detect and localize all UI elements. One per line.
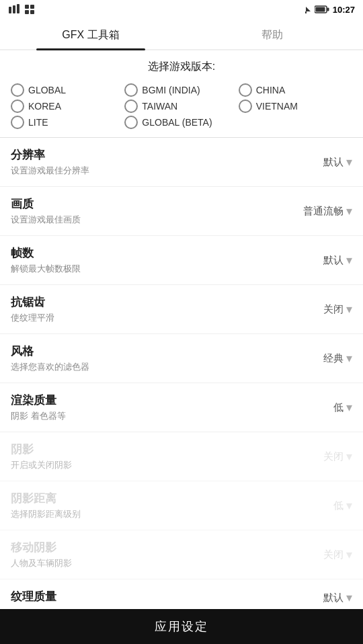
setting-title-fps: 帧数 (11, 245, 305, 261)
chevron-shadow-icon: ▾ (346, 450, 352, 462)
chevron-texturequality-icon: ▾ (346, 592, 352, 604)
svg-rect-7 (305, 11, 307, 13)
svg-rect-5 (25, 10, 29, 14)
radio-globalbeta[interactable]: GLOBAL (BETA) (124, 114, 238, 130)
version-title: 选择游戏版本: (11, 60, 352, 74)
radio-lite[interactable]: LITE (11, 114, 124, 130)
setting-desc-shadow: 开启或关闭阴影 (11, 459, 305, 471)
setting-desc-style: 选择您喜欢的滤色器 (11, 361, 305, 373)
setting-desc-resolution: 设置游戏最佳分辨率 (11, 165, 305, 177)
chevron-resolution-icon: ▾ (346, 156, 352, 168)
status-time: 10:27 (333, 5, 355, 15)
svg-rect-4 (30, 5, 34, 9)
svg-rect-3 (25, 5, 29, 9)
settings-list: 分辨率 设置游戏最佳分辨率 默认 ▾ 画质 设置游戏最佳画质 普通流畅 ▾ 帧数 (0, 138, 363, 616)
radio-circle-globalbeta (124, 116, 138, 129)
setting-title-shadow: 阴影 (11, 442, 305, 457)
status-bar: 10:27 (0, 0, 363, 19)
setting-value-texturequality: 默认 (323, 592, 344, 604)
setting-quality[interactable]: 画质 设置游戏最佳画质 普通流畅 ▾ (0, 187, 363, 236)
chevron-fps-icon: ▾ (346, 254, 352, 266)
setting-value-resolution: 默认 (323, 156, 344, 169)
version-section: 选择游戏版本: GLOBAL BGMI (INDIA) CHINA KOREA (0, 50, 363, 138)
version-row-1: GLOBAL BGMI (INDIA) CHINA (11, 82, 352, 98)
svg-rect-9 (315, 7, 325, 12)
main-content: 选择游戏版本: GLOBAL BGMI (INDIA) CHINA KOREA (0, 50, 363, 644)
radio-circle-korea (11, 99, 24, 113)
radio-circle-vietnam (239, 99, 252, 113)
status-right-info: 10:27 (300, 5, 355, 15)
status-left-icons (8, 4, 35, 15)
app2-icon (24, 4, 35, 15)
wifi-icon (300, 5, 311, 14)
setting-desc-renderquality: 阴影 着色器等 (11, 410, 305, 422)
radio-label-china: CHINA (256, 85, 286, 95)
setting-fps[interactable]: 帧数 解锁最大帧数极限 默认 ▾ (0, 236, 363, 285)
app1-icon (8, 4, 20, 15)
svg-rect-10 (327, 8, 329, 11)
radio-label-korea: KOREA (28, 101, 61, 112)
chevron-renderquality-icon: ▾ (346, 401, 352, 413)
radio-bgmi[interactable]: BGMI (INDIA) (124, 82, 238, 98)
radio-label-vietnam: VIETNAM (256, 101, 298, 112)
radio-label-globalbeta: GLOBAL (BETA) (142, 117, 212, 128)
tab-help[interactable]: 帮助 (182, 19, 363, 49)
tab-gfx[interactable]: GFX 工具箱 (0, 19, 182, 49)
radio-circle-china (239, 83, 252, 97)
radio-taiwan[interactable]: TAIWAN (124, 98, 238, 114)
svg-rect-6 (30, 10, 34, 14)
setting-value-antialiasing: 关闭 (323, 303, 344, 316)
chevron-shadowdist-icon: ▾ (346, 499, 352, 512)
setting-value-movingshadow: 关闭 (323, 549, 344, 561)
setting-title-style: 风格 (11, 344, 305, 359)
radio-circle-lite (11, 116, 24, 129)
setting-desc-fps: 解锁最大帧数极限 (11, 263, 305, 275)
setting-shadow: 阴影 开启或关闭阴影 关闭 ▾ (0, 432, 363, 481)
setting-value-shadowdist: 低 (333, 499, 344, 512)
version-row-3: LITE GLOBAL (BETA) (11, 114, 352, 130)
version-row-2: KOREA TAIWAN VIETNAM (11, 98, 352, 114)
setting-value-shadow: 关闭 (323, 450, 344, 463)
setting-value-quality: 普通流畅 (303, 205, 344, 218)
chevron-movingshadow-icon: ▾ (346, 549, 352, 561)
chevron-antialiasing-icon: ▾ (346, 303, 352, 315)
radio-circle-bgmi (124, 83, 138, 97)
setting-renderquality[interactable]: 渲染质量 阴影 着色器等 低 ▾ (0, 383, 363, 432)
setting-title-shadowdist: 阴影距离 (11, 491, 305, 506)
setting-resolution[interactable]: 分辨率 设置游戏最佳分辨率 默认 ▾ (0, 138, 363, 187)
setting-desc-antialiasing: 使纹理平滑 (11, 312, 305, 324)
chevron-quality-icon: ▾ (346, 205, 352, 217)
radio-korea[interactable]: KOREA (11, 98, 124, 114)
header-tabs: GFX 工具箱 帮助 (0, 19, 363, 50)
svg-rect-2 (17, 4, 19, 13)
setting-shadowdist: 阴影距离 选择阴影距离级别 低 ▾ (0, 481, 363, 530)
setting-value-renderquality: 低 (333, 401, 344, 414)
radio-label-global: GLOBAL (28, 85, 66, 95)
setting-title-texturequality: 纹理质量 (11, 589, 305, 604)
setting-title-antialiasing: 抗锯齿 (11, 294, 305, 310)
setting-title-quality: 画质 (11, 196, 303, 212)
setting-value-fps: 默认 (323, 254, 344, 267)
radio-china[interactable]: CHINA (239, 82, 352, 98)
setting-desc-shadowdist: 选择阴影距离级别 (11, 508, 305, 520)
svg-rect-0 (9, 7, 11, 13)
svg-rect-1 (13, 5, 15, 13)
radio-circle-global (11, 83, 24, 97)
chevron-style-icon: ▾ (346, 352, 352, 364)
radio-label-lite: LITE (28, 117, 48, 128)
setting-title-resolution: 分辨率 (11, 147, 305, 163)
setting-style[interactable]: 风格 选择您喜欢的滤色器 经典 ▾ (0, 334, 363, 383)
setting-title-renderquality: 渲染质量 (11, 393, 305, 408)
apply-button[interactable]: 应用设定 (11, 618, 352, 635)
apply-bar: 应用设定 (0, 609, 363, 644)
radio-label-bgmi: BGMI (INDIA) (142, 85, 200, 95)
setting-desc-quality: 设置游戏最佳画质 (11, 214, 303, 226)
setting-desc-movingshadow: 人物及车辆阴影 (11, 557, 305, 569)
radio-label-taiwan: TAIWAN (142, 101, 177, 112)
radio-circle-taiwan (124, 99, 138, 113)
radio-vietnam[interactable]: VIETNAM (239, 98, 352, 114)
setting-value-style: 经典 (323, 352, 344, 365)
setting-antialiasing[interactable]: 抗锯齿 使纹理平滑 关闭 ▾ (0, 285, 363, 334)
setting-movingshadow: 移动阴影 人物及车辆阴影 关闭 ▾ (0, 530, 363, 579)
radio-global[interactable]: GLOBAL (11, 82, 124, 98)
